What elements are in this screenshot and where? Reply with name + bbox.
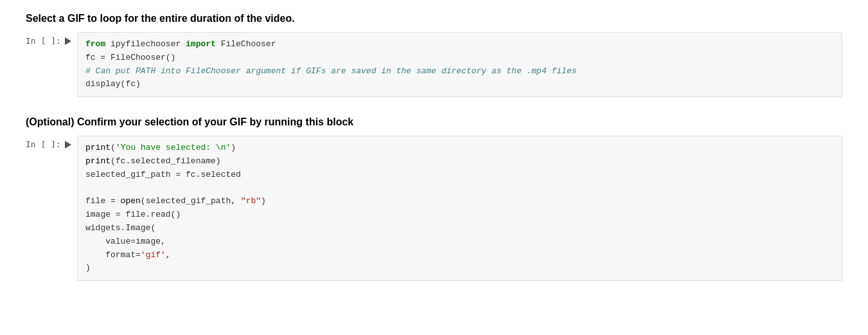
keyword-from: from [85,39,105,49]
str-you-have-selected: 'You have selected: \n' [116,143,231,152]
fn-open: open [121,196,141,206]
str-gif: 'gif' [141,250,166,260]
keyword-import: import [186,39,216,49]
cell2-wrapper: In [ ]: print('You have selected: \n') p… [26,136,842,281]
cell1-code-block: from ipyfilechooser import FileChooser f… [77,32,842,97]
cell2-code-block: print('You have selected: \n') print(fc.… [77,136,842,281]
code-comment: # Can put PATH into FileChooser argument… [85,66,577,76]
section1-heading-block: Select a GIF to loop for the entire dura… [26,13,842,24]
fn-print2: print [85,156,111,166]
cell2-label-text: In [ ]: [26,140,61,149]
cell2-label: In [ ]: [26,136,77,149]
section1-heading: Select a GIF to loop for the entire dura… [26,13,842,24]
section2-heading: (Optional) Confirm your selection of you… [26,116,842,128]
cell1-label-text: In [ ]: [26,36,61,46]
cell1-wrapper: In [ ]: from ipyfilechooser import FileC… [26,32,842,97]
cell1-label: In [ ]: [26,32,77,46]
cell2-run-button[interactable] [65,141,71,149]
cell1-run-button[interactable] [65,37,71,45]
str-rb: "rb" [241,196,261,206]
section2-heading-block: (Optional) Confirm your selection of you… [26,116,842,128]
fn-print1: print [85,143,111,152]
